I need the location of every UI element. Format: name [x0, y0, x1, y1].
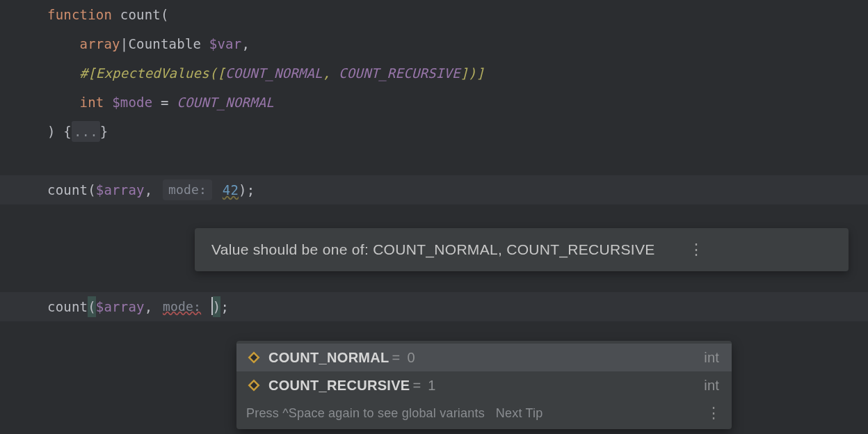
type-array: array — [80, 33, 120, 54]
arg-array: $array — [96, 179, 145, 200]
code-line[interactable]: ) {...} — [0, 117, 868, 146]
next-tip-link[interactable]: Next Tip — [496, 403, 543, 424]
completion-type: int — [453, 374, 719, 396]
constant-icon — [246, 378, 262, 393]
code-line[interactable]: count($array, mode: 42); — [0, 175, 868, 204]
code-editor[interactable]: function count( array|Countable $var, #[… — [0, 0, 868, 321]
text-cursor — [211, 297, 213, 315]
fold-placeholder[interactable]: ... — [72, 121, 100, 142]
completion-name: COUNT_RECURSIVE — [268, 374, 410, 396]
more-actions-icon[interactable]: ⋮ — [689, 248, 705, 252]
code-line[interactable]: array|Countable $var, — [0, 29, 868, 58]
call-fn: count — [47, 296, 88, 317]
completion-name: COUNT_NORMAL — [268, 346, 389, 369]
paren-close-matched: ) — [213, 296, 221, 317]
paren-open: ( — [161, 4, 169, 25]
code-line[interactable]: #[ExpectedValues([COUNT_NORMAL, COUNT_RE… — [0, 58, 868, 88]
code-line[interactable]: count($array, mode: ); — [0, 292, 868, 321]
completion-item[interactable]: COUNT_RECURSIVE = 1 int — [236, 371, 732, 399]
completion-value: 1 — [428, 374, 435, 396]
constant-icon — [246, 350, 262, 365]
param-var: $var — [209, 33, 242, 54]
completion-popup[interactable]: COUNT_NORMAL = 0 int COUNT_RECURSIVE = 1… — [236, 341, 732, 429]
completion-value: 0 — [407, 346, 415, 369]
code-line[interactable]: function count( — [0, 0, 868, 29]
tooltip-text: Value should be one of: COUNT_NORMAL, CO… — [211, 238, 655, 262]
param-mode: $mode — [112, 92, 152, 113]
paren-open-matched: ( — [88, 296, 96, 317]
type-countable: Countable — [128, 33, 201, 54]
completion-type: int — [453, 346, 719, 369]
keyword-function: function — [47, 4, 112, 25]
function-name: count — [120, 4, 161, 25]
arg-value: 42 — [223, 179, 239, 200]
code-line[interactable] — [0, 146, 868, 175]
attribute-name: ExpectedValues — [96, 63, 209, 83]
more-actions-icon[interactable]: ⋮ — [706, 411, 722, 416]
const-ref: COUNT_NORMAL — [225, 63, 323, 83]
call-fn: count — [47, 179, 88, 200]
const-ref: COUNT_NORMAL — [177, 92, 274, 113]
const-ref: COUNT_RECURSIVE — [339, 63, 460, 83]
attribute-close: ] — [476, 63, 485, 83]
type-int: int — [80, 92, 104, 113]
arg-array: $array — [96, 296, 145, 317]
param-hint: mode: — [163, 179, 212, 201]
attribute-open: #[ — [80, 63, 96, 83]
completion-footer-hint: Press ^Space again to see global variant… — [246, 403, 485, 424]
param-hint: mode: — [163, 297, 201, 317]
completion-item[interactable]: COUNT_NORMAL = 0 int — [236, 344, 732, 371]
inspection-tooltip: Value should be one of: COUNT_NORMAL, CO… — [195, 228, 849, 271]
completion-footer: Press ^Space again to see global variant… — [236, 399, 732, 429]
code-line[interactable]: int $mode = COUNT_NORMAL — [0, 88, 868, 117]
